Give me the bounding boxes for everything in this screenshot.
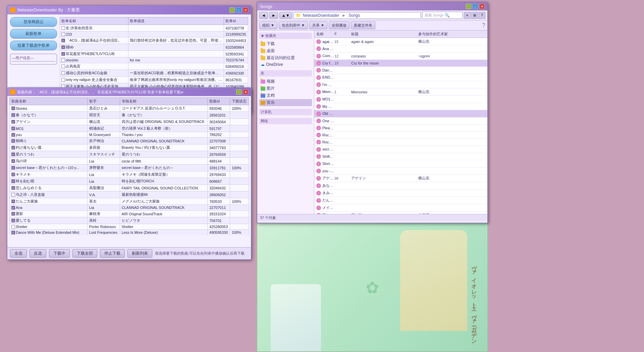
dl-checkbox[interactable] bbox=[11, 206, 15, 210]
col-file-artist[interactable]: 参与创作的艺术家 bbox=[418, 32, 485, 37]
up-button[interactable]: ▲▼ bbox=[279, 12, 292, 19]
list-item[interactable]: 奏（かなで） 雨宮天 奏（かなで） 28563201 bbox=[10, 112, 249, 119]
exp-minimize-button[interactable]: － bbox=[466, 4, 471, 9]
downloading-button[interactable]: 下载中 bbox=[49, 249, 70, 258]
file-row[interactable]: ♪ My Soul,Your Beats!... bbox=[314, 103, 487, 110]
table-row[interactable]: only my railgun 史上最全全集合 收录了网易云曲库所有的only … bbox=[60, 77, 248, 83]
list-item[interactable]: Stories 黒石ひとみ コードギアス 反逆のルルーシュ O.S.T. 592… bbox=[10, 105, 249, 112]
file-row[interactable]: ♪ Dance With Me (Del... bbox=[314, 67, 487, 74]
add-to-library-button[interactable]: 包含到库中 ▼ bbox=[279, 21, 308, 29]
sidebar-item-desktop[interactable]: 桌面 bbox=[259, 47, 312, 54]
back-button[interactable]: ◄ bbox=[259, 12, 268, 19]
dl-checkbox[interactable] bbox=[11, 186, 15, 190]
forward-button[interactable]: ► bbox=[269, 12, 278, 19]
song-checkbox[interactable] bbox=[61, 78, 65, 82]
file-row[interactable]: ♪ アゲイン - 横山克... 26 アゲイン 横山克 bbox=[314, 175, 487, 182]
file-row[interactable]: ♪ Compass - 川崎务... 12 compass ~εgε¤¤ bbox=[314, 52, 487, 60]
new-folder-button[interactable]: 新建文件夹 bbox=[351, 21, 375, 29]
sidebar-item-pictures[interactable]: 图片 bbox=[259, 85, 312, 92]
file-row[interactable]: ♪ 哀と愁 - 六三四.mp3 8 哀と愁 六三四 bbox=[314, 212, 487, 214]
stop-button[interactable]: 停止下载 bbox=[100, 249, 125, 258]
list-item[interactable]: だんご大家族 茶太 メグメル/だんご大家族 760533 100% bbox=[10, 198, 249, 205]
table-row[interactable]: 感动心灵的99首ACG金曲 一直在听的ACG歌曲，积累和精选之后做成这个歌单，希… bbox=[60, 70, 248, 77]
dl-checkbox[interactable] bbox=[11, 193, 15, 196]
table-row[interactable]: 「ACG」[歌郝系&止不住的泪目。 我们曾经有过许多美好，也见过许多悲伤。可是，… bbox=[60, 37, 248, 44]
col-name[interactable]: 歌单名称 bbox=[60, 17, 128, 25]
dl-checkbox[interactable] bbox=[11, 152, 15, 156]
organize-button[interactable]: 组织 ▼ bbox=[259, 21, 277, 29]
list-item[interactable]: 朝鳴り 折戸伸治 CLANNAD ORIGINAL SOUNDTRACK 227… bbox=[10, 138, 249, 144]
library-header[interactable]: 库 bbox=[259, 70, 312, 77]
select-all-button[interactable]: 全选 bbox=[10, 249, 27, 258]
list-item[interactable]: 愛してる 高铃 ヒビノウタ 756701 bbox=[10, 217, 249, 224]
dl-col-name[interactable]: 歌曲名称 bbox=[10, 98, 88, 105]
dl-checkbox[interactable] bbox=[11, 166, 15, 170]
refresh-list-button[interactable]: 刷新列表 bbox=[127, 249, 152, 258]
close-button[interactable]: ✕ bbox=[243, 7, 248, 13]
col-id[interactable]: 歌单id bbox=[224, 17, 248, 25]
song-checkbox[interactable] bbox=[61, 64, 65, 68]
song-checkbox[interactable] bbox=[61, 52, 65, 56]
batch-download-button[interactable]: 批量下载选中歌单 bbox=[10, 41, 57, 50]
dl-minimize-button[interactable]: － bbox=[236, 89, 241, 95]
list-item[interactable]: アゲイン 横山克 四月は君の嘘 ORIGINAL SONG & SOUNDTRA… bbox=[10, 119, 249, 125]
table-row[interactable]: 菲花羞笑?PHEBE?LIV?CLUB 529593341 bbox=[60, 51, 248, 57]
table-row[interactable]: 生·汐喜欢的音乐 437100778 bbox=[60, 25, 248, 32]
dl-checkbox[interactable] bbox=[11, 127, 15, 130]
dl-col-status[interactable]: 下载状态 bbox=[230, 98, 249, 105]
file-row[interactable]: ♪ Pleasure & Pain (Ori... bbox=[314, 125, 487, 132]
file-row[interactable]: ♪ Cry for the moon -... 19 Cry for the m… bbox=[314, 60, 487, 67]
song-checkbox[interactable] bbox=[61, 39, 65, 42]
file-row[interactable]: ♪ again & again - Mel... 15 again & agai… bbox=[314, 38, 487, 45]
dl-checkbox[interactable] bbox=[11, 113, 15, 117]
list-item[interactable]: 鸟の诗 Lia circle of fifth 488144 bbox=[10, 158, 249, 165]
dl-col-artist[interactable]: 歌手 bbox=[87, 98, 120, 105]
list-item[interactable]: 星のうつわ スキマスイッチ 星のうつわ 29764559 bbox=[10, 151, 249, 158]
login-button[interactable]: 登录网易云 bbox=[10, 17, 57, 27]
dl-checkbox[interactable] bbox=[11, 179, 15, 183]
dl-checkbox[interactable] bbox=[11, 139, 15, 143]
computer-header[interactable]: 计算机 bbox=[259, 109, 312, 115]
list-item[interactable]: 愛影 麻枝准 AIR Original SoundTrack 28151024 bbox=[10, 211, 249, 217]
list-item[interactable]: secret base～君がくれたもの～(10 y... 茅野愛衣 secret… bbox=[10, 165, 249, 171]
list-item[interactable]: 時を刻む唄 Lia 時を刻む唄/TORCH 608667 bbox=[10, 178, 249, 185]
play-all-button[interactable]: 全部播放 bbox=[329, 21, 350, 29]
help-icon[interactable]: ? bbox=[482, 22, 485, 29]
minimize-button[interactable]: － bbox=[229, 7, 235, 13]
dl-checkbox[interactable] bbox=[11, 159, 15, 163]
file-row[interactable]: ♪ One more time, On... bbox=[314, 118, 487, 125]
file-row[interactable]: ♪ Ana - Lia.mp3 bbox=[314, 45, 487, 52]
col-file-num[interactable]: # bbox=[334, 32, 351, 37]
song-checkbox[interactable] bbox=[61, 58, 65, 62]
file-row[interactable]: ♪ I'm Gonna Be There... bbox=[314, 81, 487, 88]
sidebar-item-video[interactable]: 视频 bbox=[259, 78, 312, 85]
dl-col-album[interactable]: 专辑名称 bbox=[120, 98, 208, 105]
sidebar-item-onedrive[interactable]: ☁ OneDrive bbox=[259, 61, 312, 68]
dl-checkbox[interactable] bbox=[11, 120, 15, 124]
col-desc[interactable]: 歌单描述 bbox=[128, 17, 224, 25]
file-row[interactable]: ♪ Shift (Extended Mix)... bbox=[314, 153, 487, 160]
list-item[interactable]: キラメキ Lia キラメキ（関連生産限定盤） 29769433 bbox=[10, 171, 249, 178]
sidebar-item-documents[interactable]: 文档 bbox=[259, 92, 312, 99]
list-item[interactable]: 灼け落ちない翼 多田葵 Bravely You / 灼け落ちない翼 340777… bbox=[10, 144, 249, 151]
list-item[interactable]: MO1 梢浦由记 空の境界 Vol.2 殺人考察（前） 591797 bbox=[10, 125, 249, 132]
dl-checkbox[interactable] bbox=[11, 231, 15, 234]
song-checkbox[interactable] bbox=[61, 45, 65, 49]
song-checkbox[interactable] bbox=[61, 33, 65, 36]
sidebar-item-download[interactable]: 下载 bbox=[259, 40, 312, 47]
maximize-button[interactable]: □ bbox=[236, 7, 241, 13]
file-row[interactable]: ♪ MO1 - 梶浦由記.mp3 bbox=[314, 96, 487, 103]
dl-checkbox[interactable] bbox=[11, 219, 15, 222]
col-file-name[interactable]: 名称 bbox=[316, 32, 334, 37]
search-bar[interactable]: 搜索 Songs 🔍 bbox=[422, 12, 463, 19]
dl-col-id[interactable]: 歌曲id bbox=[208, 98, 230, 105]
dl-checkbox[interactable] bbox=[11, 173, 15, 176]
dl-close-button[interactable]: ✕ bbox=[243, 89, 248, 95]
download-all-button[interactable]: 下载全部 bbox=[72, 249, 97, 258]
list-item[interactable]: 悲しみなめぐる 高梨庸治 FAIRY TAIL ORIGINAL SOUND C… bbox=[10, 185, 249, 191]
invert-button[interactable]: 反选 bbox=[30, 249, 46, 258]
table-row[interactable]: 占风电盲 636409216 bbox=[60, 63, 248, 70]
col-file-title[interactable]: 标题 bbox=[351, 32, 418, 37]
dl-checkbox[interactable] bbox=[11, 200, 15, 203]
sidebar-item-music[interactable]: 音乐 bbox=[259, 99, 312, 106]
